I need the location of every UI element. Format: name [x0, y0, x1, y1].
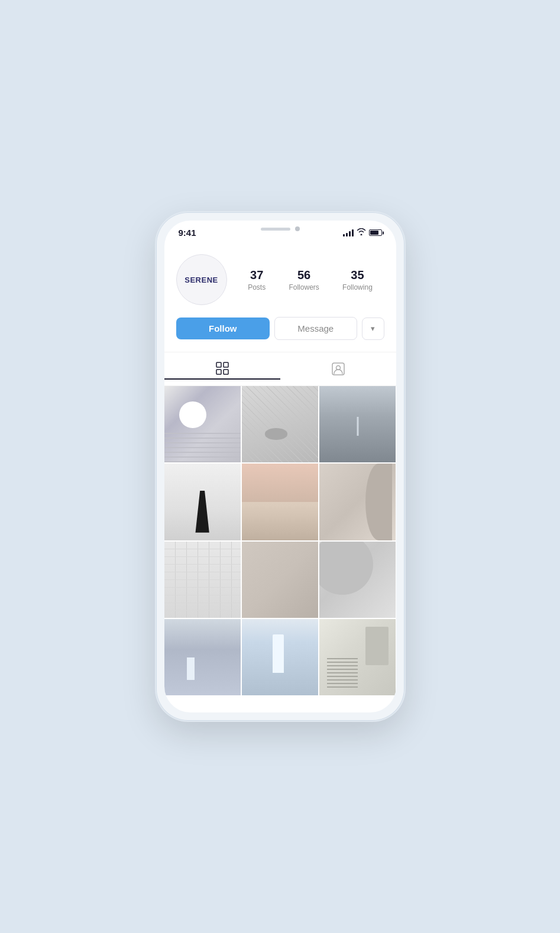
followers-stat[interactable]: 56 Followers	[289, 268, 319, 291]
stats-row: 37 Posts 56 Followers 35 Following	[237, 268, 384, 291]
signal-icon	[343, 229, 354, 237]
followers-count: 56	[297, 268, 310, 282]
status-icons	[343, 228, 382, 237]
followers-label: Followers	[289, 283, 319, 291]
avatar: SERENE	[176, 254, 227, 305]
svg-rect-2	[216, 370, 221, 374]
grid-photo-10[interactable]	[164, 619, 241, 695]
phone-frame: 9:41	[156, 212, 404, 721]
profile-scroll-area[interactable]: SERENE 37 Posts 56 Followers 35 Followin…	[164, 240, 396, 712]
tab-bar	[164, 352, 396, 386]
grid-photo-11[interactable]	[242, 619, 318, 695]
action-buttons-row: Follow Message ▾	[164, 317, 396, 352]
follow-button[interactable]: Follow	[176, 318, 270, 339]
svg-rect-3	[224, 370, 228, 374]
following-stat[interactable]: 35 Following	[342, 268, 373, 291]
grid-photo-12[interactable]	[319, 619, 396, 695]
phone-screen: 9:41	[164, 221, 396, 712]
svg-rect-0	[216, 362, 221, 367]
grid-photo-4[interactable]	[164, 464, 241, 540]
grid-photo-2[interactable]	[242, 386, 318, 462]
grid-photo-5[interactable]	[242, 464, 318, 540]
notch	[239, 221, 322, 237]
tab-tagged[interactable]	[280, 358, 396, 380]
dropdown-button[interactable]: ▾	[362, 318, 384, 340]
grid-photo-6[interactable]	[319, 464, 396, 540]
profile-header: SERENE 37 Posts 56 Followers 35 Followin…	[164, 245, 396, 317]
grid-photo-9[interactable]	[319, 542, 396, 618]
person-tag-icon	[332, 362, 345, 375]
posts-count: 37	[250, 268, 263, 282]
posts-stat: 37 Posts	[248, 268, 266, 291]
chevron-down-icon: ▾	[371, 324, 375, 333]
status-time: 9:41	[179, 228, 196, 238]
grid-photo-7[interactable]	[164, 542, 241, 618]
grid-photo-8[interactable]	[242, 542, 318, 618]
message-button[interactable]: Message	[274, 317, 357, 340]
posts-label: Posts	[248, 283, 266, 291]
grid-icon	[216, 362, 229, 375]
notch-camera	[295, 226, 300, 231]
battery-icon	[369, 229, 382, 236]
avatar-label: SERENE	[184, 276, 218, 284]
photo-grid	[164, 386, 396, 695]
wifi-icon	[357, 228, 366, 237]
grid-photo-1[interactable]	[164, 386, 241, 462]
svg-rect-1	[224, 362, 228, 367]
tab-grid[interactable]	[164, 358, 280, 380]
notch-speaker	[261, 228, 290, 231]
following-count: 35	[351, 268, 364, 282]
grid-photo-3[interactable]	[319, 386, 396, 462]
following-label: Following	[342, 283, 373, 291]
